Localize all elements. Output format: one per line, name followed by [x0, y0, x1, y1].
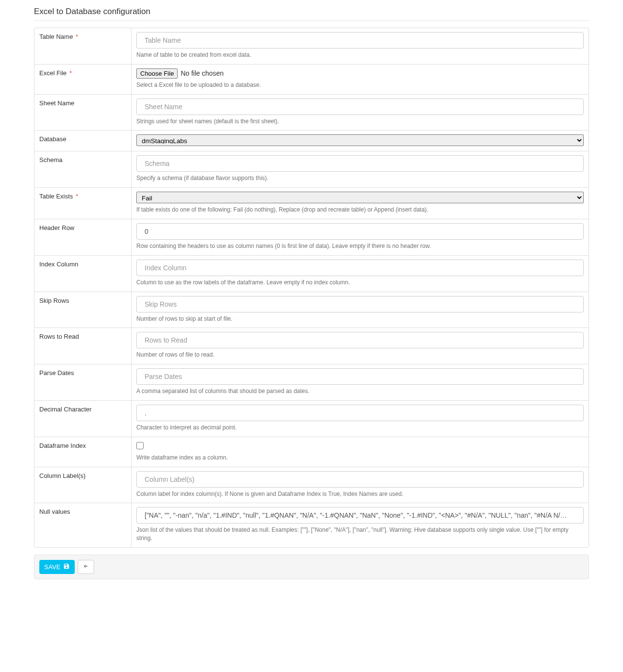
label-column-labels: Column Label(s)	[34, 467, 131, 503]
row-sheet-name: Sheet Name Strings used for sheet names …	[34, 95, 589, 131]
row-table-exists: Table Exists * Fail If table exists do o…	[34, 188, 589, 219]
label-schema: Schema	[34, 151, 131, 187]
row-schema: Schema Specify a schema (if database fla…	[34, 151, 589, 188]
database-select[interactable]: dmStagingLabs	[136, 134, 584, 146]
decimal-char-input[interactable]	[136, 405, 584, 421]
row-index-column: Index Column Column to use as the row la…	[34, 256, 589, 292]
help-text: Select a Excel file to be uploaded to a …	[136, 81, 584, 89]
label-dataframe-index: Dataframe Index	[34, 437, 131, 467]
sheet-name-input[interactable]	[136, 98, 584, 115]
help-text: A comma separated list of columns that s…	[136, 387, 584, 395]
back-button[interactable]	[78, 560, 94, 574]
label-table-name: Table Name *	[34, 28, 131, 64]
label-sheet-name: Sheet Name	[34, 95, 131, 131]
index-column-input[interactable]	[136, 260, 584, 276]
row-rows-to-read: Rows to Read Number of rows of file to r…	[34, 328, 589, 364]
help-text: If table exists do one of the following:…	[136, 206, 584, 214]
table-exists-select[interactable]: Fail	[136, 192, 584, 203]
required-marker: *	[74, 193, 78, 200]
label-header-row: Header Row	[34, 219, 131, 255]
help-text: Character to interpret as decimal point.	[136, 424, 584, 432]
column-labels-input[interactable]	[136, 471, 584, 488]
label-text: Table Exists	[39, 193, 73, 200]
row-skip-rows: Skip Rows Number of rows to skip at star…	[34, 292, 589, 328]
row-decimal-char: Decimal Character Character to interpret…	[34, 401, 589, 437]
help-text: Write dataframe index as a column.	[136, 454, 584, 462]
dataframe-index-checkbox[interactable]	[136, 442, 144, 449]
row-header-row: Header Row Row containing the headers to…	[34, 219, 589, 256]
row-dataframe-index: Dataframe Index Write dataframe index as…	[34, 437, 589, 467]
label-decimal-char: Decimal Character	[34, 401, 131, 437]
row-parse-dates: Parse Dates A comma separated list of co…	[34, 364, 589, 401]
help-text: Strings used for sheet names (default is…	[136, 117, 584, 126]
help-text: Name of table to be created from excel d…	[136, 51, 584, 59]
label-parse-dates: Parse Dates	[34, 364, 131, 400]
required-marker: *	[74, 33, 78, 40]
schema-input[interactable]	[136, 155, 584, 172]
required-marker: *	[67, 69, 72, 77]
label-rows-to-read: Rows to Read	[34, 328, 131, 364]
label-database: Database	[34, 131, 131, 151]
label-null-values: Null values	[34, 503, 131, 547]
help-text: Specify a schema (if database flavor sup…	[136, 174, 584, 182]
label-excel-file: Excel File *	[34, 65, 131, 94]
label-text: Excel File	[39, 69, 66, 77]
save-button[interactable]: SAVE	[39, 560, 75, 574]
null-values-input[interactable]	[136, 507, 584, 524]
file-status-text: No file chosen	[180, 69, 224, 77]
help-text: Row containing the headers to use as col…	[136, 242, 584, 250]
row-null-values: Null values Json list of the values that…	[34, 503, 589, 547]
page-title: Excel to Database configuration	[34, 7, 589, 21]
row-database: Database dmStagingLabs	[34, 131, 589, 151]
row-table-name: Table Name * Name of table to be created…	[34, 28, 589, 65]
footer-bar: SAVE	[34, 555, 589, 579]
choose-file-button[interactable]: Choose File	[136, 68, 178, 79]
help-text: Number of rows of file to read.	[136, 351, 584, 359]
label-skip-rows: Skip Rows	[34, 292, 131, 328]
skip-rows-input[interactable]	[136, 296, 584, 312]
label-table-exists: Table Exists *	[34, 188, 131, 219]
row-column-labels: Column Label(s) Column label for index c…	[34, 467, 589, 504]
label-text: Table Name	[39, 33, 73, 40]
arrow-left-icon	[83, 563, 89, 571]
help-text: Json list of the values that should be t…	[136, 526, 584, 542]
help-text: Column to use as the row labels of the d…	[136, 279, 584, 287]
help-text: Column label for index column(s). If Non…	[136, 490, 584, 498]
save-label: SAVE	[44, 563, 61, 571]
rows-to-read-input[interactable]	[136, 332, 584, 348]
help-text: Number of rows to skip at start of file.	[136, 315, 584, 323]
parse-dates-input[interactable]	[136, 368, 584, 385]
save-icon	[63, 563, 70, 571]
config-form: Table Name * Name of table to be created…	[34, 28, 589, 548]
row-excel-file: Excel File * Choose File No file chosen …	[34, 65, 589, 95]
label-index-column: Index Column	[34, 256, 131, 292]
header-row-input[interactable]	[136, 223, 584, 240]
table-name-input[interactable]	[136, 32, 584, 49]
